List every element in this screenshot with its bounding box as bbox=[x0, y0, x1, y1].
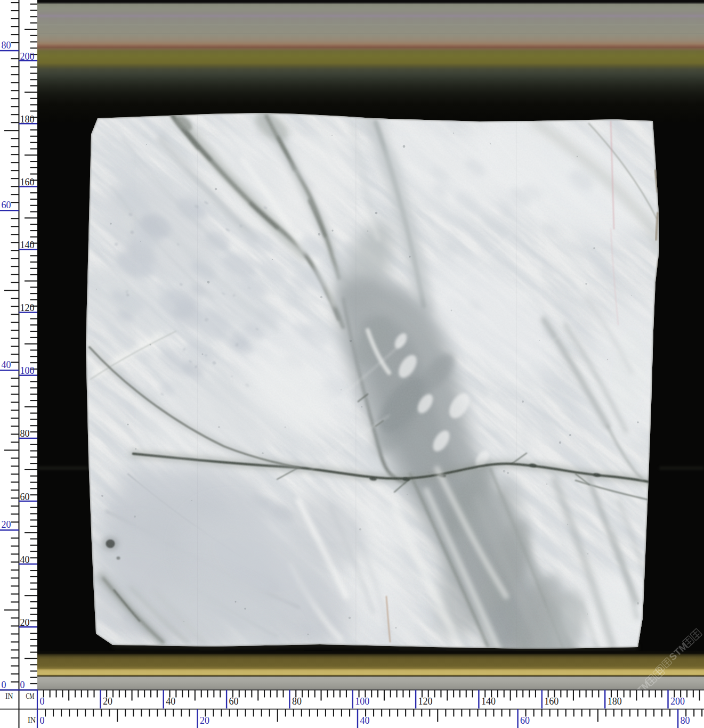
svg-text:140: 140 bbox=[481, 696, 496, 707]
svg-text:200: 200 bbox=[20, 51, 35, 62]
svg-text:0: 0 bbox=[2, 680, 6, 690]
svg-text:140: 140 bbox=[20, 240, 35, 250]
svg-text:60: 60 bbox=[520, 715, 530, 726]
svg-text:IN: IN bbox=[5, 692, 13, 700]
svg-text:IN: IN bbox=[28, 716, 36, 724]
svg-text:80: 80 bbox=[292, 696, 302, 707]
svg-text:40: 40 bbox=[20, 554, 30, 565]
svg-text:0: 0 bbox=[20, 680, 25, 690]
svg-text:180: 180 bbox=[20, 114, 35, 125]
svg-text:40: 40 bbox=[166, 696, 175, 707]
svg-text:100: 100 bbox=[20, 365, 35, 376]
svg-text:80: 80 bbox=[681, 715, 690, 726]
svg-text:80: 80 bbox=[20, 428, 30, 439]
svg-text:120: 120 bbox=[418, 696, 433, 707]
svg-text:20: 20 bbox=[2, 519, 11, 530]
svg-text:CM: CM bbox=[26, 692, 35, 700]
svg-text:160: 160 bbox=[20, 177, 35, 187]
svg-text:60: 60 bbox=[2, 200, 11, 210]
svg-text:80: 80 bbox=[2, 40, 11, 51]
svg-text:20: 20 bbox=[20, 617, 30, 628]
svg-text:40: 40 bbox=[360, 715, 370, 726]
svg-text:0: 0 bbox=[40, 696, 45, 707]
svg-text:120: 120 bbox=[20, 302, 35, 313]
svg-text:0: 0 bbox=[40, 715, 45, 726]
svg-text:40: 40 bbox=[2, 359, 11, 370]
svg-text:20: 20 bbox=[103, 696, 112, 707]
svg-text:180: 180 bbox=[608, 696, 622, 707]
svg-text:100: 100 bbox=[355, 696, 369, 707]
svg-text:60: 60 bbox=[229, 696, 239, 707]
svg-text:200: 200 bbox=[670, 696, 685, 707]
svg-text:60: 60 bbox=[20, 492, 30, 502]
svg-text:20: 20 bbox=[200, 715, 209, 726]
svg-text:160: 160 bbox=[544, 696, 559, 707]
